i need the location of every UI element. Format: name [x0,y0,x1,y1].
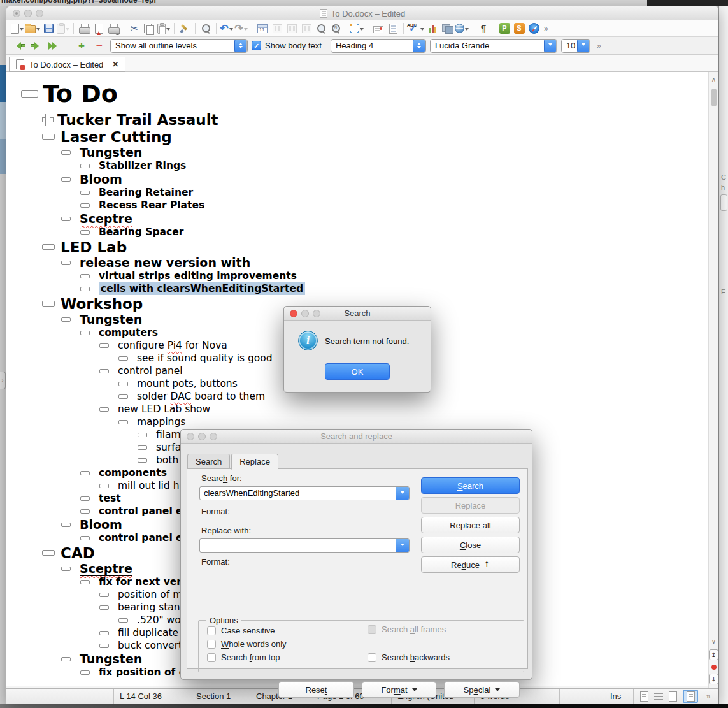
special-menu-button[interactable]: Special [444,681,520,698]
collapse-marker-icon[interactable] [80,331,90,335]
collapse-marker-icon[interactable] [42,550,55,556]
formatting-marks-button[interactable]: ¶ [476,22,490,36]
blank-page-view-icon[interactable] [669,691,677,702]
checkbox-icon[interactable] [207,653,216,662]
outline-item-text[interactable]: both [156,454,178,466]
outline-item-text[interactable]: computers [99,327,158,338]
collapse-marker-icon[interactable] [118,394,128,399]
outline-item-text[interactable]: LED Lab [61,239,127,256]
status-segment[interactable] [560,689,604,704]
outline-item-text[interactable]: control panel ele [99,532,192,544]
stepper-icon[interactable] [413,39,425,53]
outline-item-text[interactable]: Recess Rear Plates [99,199,204,211]
hyperlink-button[interactable] [455,22,469,36]
outline-item-text[interactable]: CAD [61,545,95,561]
show-body-text-checkbox[interactable]: ✓ [252,41,261,50]
insert-comment-button[interactable] [371,22,385,36]
outline-item[interactable]: Tungsten [6,145,708,159]
outline-item-text[interactable]: Stabilizer Rings [99,160,186,171]
pages-app-button[interactable]: P [497,22,511,36]
outline-item[interactable]: LED Lab [6,238,708,256]
outline-item-text[interactable]: bearing stand [118,602,186,613]
outline-item[interactable]: Sceptre [6,212,708,226]
collapse-marker-icon[interactable] [99,631,109,635]
collapse-marker-icon[interactable] [138,433,147,437]
find-button[interactable] [199,22,213,36]
outline-item[interactable]: Bearing Spacer [6,226,708,238]
expand-marker-icon[interactable] [42,114,54,126]
collapse-marker-icon[interactable] [61,567,71,571]
outline-item-text[interactable]: see if sound quality is good [137,352,273,364]
collapse-marker-icon[interactable] [80,230,90,235]
insert-footnote-button[interactable] [386,22,400,36]
scroll-down-icon[interactable]: ∨ [709,638,718,645]
ok-button[interactable]: OK [325,363,390,380]
replace-with-value[interactable] [200,539,396,552]
collapse-marker-icon[interactable] [80,670,90,675]
collapse-marker-icon[interactable] [80,471,90,475]
search-button[interactable]: Search [421,477,520,494]
outline-item-text[interactable]: Tucker Trail Assault [57,112,218,128]
dialog-titlebar[interactable]: Search and replace [181,430,532,444]
outline-item-text[interactable]: .520" wor [137,614,185,626]
outline-item-text[interactable]: new LED Lab show [118,403,210,415]
outline-item-text[interactable]: control panel ele [99,505,192,517]
checkbox-icon[interactable] [368,653,376,662]
collapse-marker-icon[interactable] [42,244,55,250]
cut-button[interactable]: ✂ [127,22,141,36]
outline-item-text[interactable]: virtual strips editing improvements [99,270,297,282]
outline-item-text[interactable]: components [99,467,167,479]
safari-button[interactable] [527,22,541,36]
checkbox-icon[interactable] [207,626,216,635]
outline-item-text[interactable]: position of m [118,589,182,600]
outline-item-text[interactable]: fix for next vers [99,576,187,588]
copy-button[interactable] [142,22,156,36]
zoom-out-button[interactable] [314,22,328,36]
collapse-marker-icon[interactable] [21,90,38,98]
new-document-button[interactable] [10,22,24,36]
outline-item[interactable]: virtual strips editing improvements [6,270,708,282]
case-sensitive-option[interactable]: Case sensitive [207,626,275,635]
expand-button[interactable]: + [75,39,89,53]
outline-item-text[interactable]: Bearing Retainer [99,187,193,198]
font-name-select[interactable]: Lucida Grande [430,39,557,53]
font-size-select[interactable]: 10 [561,39,590,53]
zoom-percent-button[interactable]: % [329,22,343,36]
book-view-active-icon[interactable] [683,690,698,703]
document-tab[interactable]: To Do.docx – Edited ✕ [9,57,125,72]
collapse-button[interactable]: − [92,39,106,53]
collapse-marker-icon[interactable] [99,343,109,348]
outline-item-text[interactable]: Laser Cutting [61,129,172,145]
collapse-marker-icon[interactable] [61,150,71,155]
outline-item-text[interactable]: mappings [137,416,185,428]
columns-button[interactable] [299,22,313,36]
outline-item-text[interactable]: Workshop [61,296,143,312]
toolbar-overflow-button[interactable]: » [544,24,548,33]
collapse-marker-icon[interactable] [42,134,55,140]
outline-item[interactable]: Stabilizer Rings [6,159,708,172]
collapse-marker-icon[interactable] [80,536,90,540]
outline-item-text[interactable]: cells with clearsWhenEditingStarted [99,282,305,295]
spellcheck-button[interactable]: ABC✓ [407,22,425,36]
collapse-marker-icon[interactable] [61,657,71,661]
format-menu-button[interactable]: Format [362,681,436,698]
chevron-down-icon[interactable] [577,39,590,53]
collapse-marker-icon[interactable] [138,445,147,450]
navigation-dot-icon[interactable] [711,665,717,670]
dialog-titlebar[interactable]: Search [284,307,431,321]
collapse-marker-icon[interactable] [99,407,109,412]
outline-item-text[interactable]: control panel [118,365,183,377]
outline-item[interactable]: Laser Cutting [6,128,708,145]
stepper-icon[interactable] [234,39,247,53]
collapse-marker-icon[interactable] [80,509,90,514]
reset-button[interactable]: Reset [278,681,354,698]
sidebar-reveal-handle[interactable]: › [0,372,6,389]
outline-item-text[interactable]: solder DAC board to them [137,391,265,402]
collapse-marker-icon[interactable] [61,317,71,322]
outline-item-text[interactable]: Bloom [80,517,122,531]
outline-item-text[interactable]: mill out lid ho [118,480,185,491]
demote-button[interactable] [29,39,43,53]
paragraph-style-select[interactable]: Heading 4 [331,39,426,53]
outline-item-text[interactable]: To Do [43,80,118,108]
search-backwards-option[interactable]: Search backwards [368,653,450,662]
